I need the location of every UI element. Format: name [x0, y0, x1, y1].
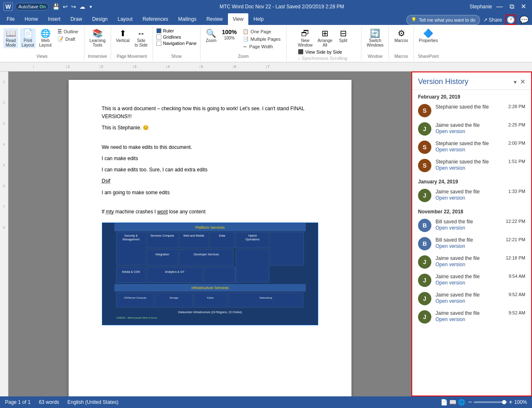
zoom-in-button[interactable]: + — [509, 398, 512, 406]
page-width-button[interactable]: ↔ Page Width — [240, 43, 283, 50]
tab-insert[interactable]: Insert — [43, 13, 65, 25]
outline-button[interactable]: ☰ Outline — [55, 28, 81, 35]
avatar: J — [418, 122, 431, 136]
minimize-button[interactable]: — — [494, 0, 505, 13]
web-layout-button[interactable]: 🌐 WebLayout — [37, 28, 53, 48]
print-layout-button[interactable]: 📄 PrintLayout — [20, 28, 36, 48]
restore-button[interactable]: ⧉ — [507, 0, 517, 13]
document-area[interactable]: This is a word document – checking how t… — [8, 72, 411, 396]
svg-text:Integration: Integration — [155, 253, 169, 256]
user-name: Stephanie — [470, 4, 492, 10]
redo-button[interactable]: ↪ — [70, 3, 77, 10]
more-commands-button[interactable]: ☁ — [78, 3, 87, 10]
doc-para-6: Dsif — [102, 177, 318, 185]
macros-icon: ⚙ — [398, 29, 405, 37]
side-to-side-button[interactable]: ↔ Sideto Side — [133, 28, 149, 48]
open-version-link[interactable]: Open version — [435, 262, 525, 267]
close-button[interactable]: ✕ — [518, 0, 529, 13]
zoom-out-button[interactable]: − — [468, 398, 472, 406]
properties-button[interactable]: 🔷 Properties — [417, 28, 440, 44]
read-mode-button[interactable]: 📖 ReadMode — [3, 28, 18, 48]
zoom-options: 📋 One Page 📑 Multiple Pages ↔ Page Width — [240, 28, 283, 50]
share-button[interactable]: ↗ Share — [483, 17, 502, 23]
autosave-toggle[interactable]: AutoSave On — [15, 3, 49, 10]
zoom-100-button[interactable]: 100% 100% — [220, 28, 239, 41]
open-version-link[interactable]: Open version — [435, 165, 525, 171]
arrange-all-button[interactable]: ⊞ ArrangeAll — [316, 28, 334, 48]
margin-marker-8: 8 — [3, 225, 5, 230]
learning-tools-button[interactable]: 📚 LearningTools — [88, 28, 107, 48]
open-version-link[interactable]: Open version — [435, 317, 525, 322]
tab-draw[interactable]: Draw — [65, 13, 87, 25]
version-history-item: SStephanie saved the file2:28 PM — [412, 101, 531, 120]
version-history-button[interactable]: 🕐 — [505, 15, 516, 25]
switch-windows-button[interactable]: 🔄 SwitchWindows — [365, 28, 385, 48]
undo-button[interactable]: ↩ — [62, 3, 69, 10]
multiple-pages-button[interactable]: 📑 Multiple Pages — [240, 36, 283, 42]
comments-button[interactable]: 💬 — [520, 15, 529, 25]
version-time: 12:18 PM — [506, 255, 525, 260]
tab-mailings[interactable]: Mailings — [173, 13, 201, 25]
view-side-by-side-button[interactable]: ⬛ View Side by Side — [296, 49, 344, 55]
draft-button[interactable]: 📝 Draft — [55, 36, 81, 42]
synchronous-scrolling-button[interactable]: ↕ Synchronous Scrolling — [296, 55, 349, 61]
outline-draft-buttons: ☰ Outline 📝 Draft — [55, 28, 81, 42]
version-user-action: Jaime saved the file — [435, 274, 480, 279]
title-bar-left: W AutoSave On 💾 ↩ ↪ ☁ ▼ — [3, 2, 94, 11]
save-button[interactable]: 💾 — [51, 3, 61, 10]
ruler-checkbox[interactable]: Ruler — [156, 28, 197, 33]
open-version-link[interactable]: Open version — [435, 147, 525, 153]
new-window-button[interactable]: 🗗 NewWindow — [296, 28, 314, 48]
outline-icon: ☰ — [57, 29, 62, 34]
doc-para-1: This is a word document – checking how t… — [102, 105, 318, 121]
zoom-buttons: 🔍 Zoom 100% 100% 📋 One Page 📑 Multiple P… — [204, 27, 283, 54]
tab-view[interactable]: View — [228, 13, 249, 25]
version-history-close-button[interactable]: ✕ — [520, 78, 525, 86]
web-layout-view-icon[interactable]: 🌐 — [458, 399, 465, 406]
tab-file[interactable]: File — [2, 13, 20, 25]
open-version-link[interactable]: Open version — [435, 129, 525, 134]
tab-layout[interactable]: Layout — [113, 13, 138, 25]
document[interactable]: This is a word document – checking how t… — [69, 80, 351, 396]
macros-button[interactable]: ⚙ Macros — [393, 28, 410, 44]
immersive-buttons: 📚 LearningTools — [88, 27, 107, 54]
open-version-link[interactable]: Open version — [435, 225, 525, 231]
gridlines-checkbox[interactable]: Gridlines — [156, 35, 197, 40]
tell-me-box[interactable]: 💡 Tell me what you want to do — [406, 15, 480, 25]
tab-review[interactable]: Review — [201, 13, 228, 25]
open-version-link[interactable]: Open version — [435, 243, 525, 249]
version-time: 1:51 PM — [508, 159, 525, 164]
customize-qat-button[interactable]: ▼ — [87, 5, 94, 9]
version-item-row: Jaime saved the file9:54 AM — [435, 274, 525, 279]
tab-home[interactable]: Home — [20, 13, 43, 25]
tab-help[interactable]: Help — [248, 13, 269, 25]
version-time: 1:33 PM — [508, 189, 525, 194]
doc-para-8: If mty machine crashes I wont lose any c… — [102, 208, 318, 216]
zoom-slider[interactable] — [474, 401, 507, 403]
version-user-action: Jaime saved the file — [435, 255, 480, 261]
zoom-slider-thumb — [502, 400, 506, 404]
split-button[interactable]: ⊟ Split — [336, 28, 351, 48]
open-version-link[interactable]: Open version — [435, 195, 525, 201]
svg-text:Management: Management — [122, 238, 139, 241]
version-history-item: JJaime saved the file9:52 AMOpen version — [412, 308, 531, 326]
open-version-link[interactable]: Open version — [435, 298, 525, 304]
zoom-button[interactable]: 🔍 Zoom — [204, 28, 219, 44]
vertical-button[interactable]: ⬆ Vertical — [114, 28, 131, 44]
one-page-button[interactable]: 📋 One Page — [240, 28, 283, 35]
svg-text:Media & CDN: Media & CDN — [122, 270, 140, 273]
navigation-pane-checkbox[interactable]: Navigation Pane — [156, 41, 197, 46]
version-user-action: Stephanie saved the file — [435, 159, 489, 165]
open-version-link[interactable]: Open version — [435, 280, 525, 286]
tab-references[interactable]: References — [138, 13, 173, 25]
version-item-content: Stephanie saved the file1:51 PMOpen vers… — [435, 159, 525, 171]
quick-access-toolbar: 💾 ↩ ↪ ☁ ▼ — [51, 3, 94, 10]
tab-design[interactable]: Design — [87, 13, 112, 25]
version-history-collapse-button[interactable]: ▾ — [514, 79, 517, 85]
print-layout-view-icon[interactable]: 📄 — [440, 399, 448, 406]
version-action-text: saved the file — [458, 104, 489, 110]
switch-windows-icon: 🔄 — [370, 29, 380, 37]
read-mode-view-icon[interactable]: 📖 — [449, 399, 456, 406]
version-history-item: BBill saved the file12:22 PMOpen version — [412, 216, 531, 235]
doc-para-2: This is Stephanie. 😊 — [102, 124, 318, 132]
